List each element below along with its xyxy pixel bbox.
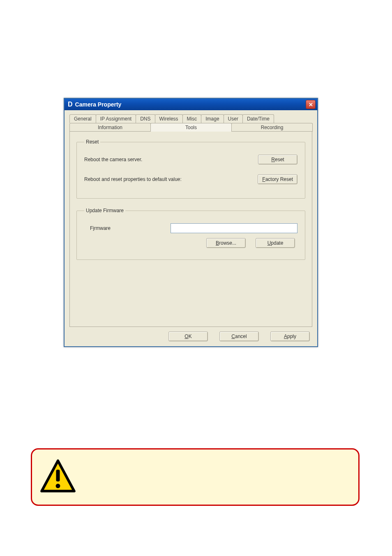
apply-button[interactable]: Apply — [270, 331, 310, 341]
factory-btn-accel: F — [262, 176, 265, 182]
tab-general[interactable]: General — [69, 114, 96, 123]
tab-recording[interactable]: Recording — [231, 123, 313, 132]
fw-label-post: rmware — [94, 225, 111, 231]
firmware-label: Firmware — [84, 225, 164, 231]
tab-information[interactable]: Information — [69, 123, 151, 132]
cancel-accel: C — [231, 334, 235, 339]
reset-legend: Reset — [84, 139, 100, 145]
svg-point-2 — [56, 484, 60, 488]
title-prefix: D — [68, 101, 73, 108]
ok-post: K — [189, 334, 192, 339]
cancel-button[interactable]: Cancel — [219, 331, 259, 341]
factory-label: Reboot and reset properties to default v… — [84, 176, 258, 182]
tab-tools[interactable]: Tools — [150, 123, 232, 132]
dialog-button-row: OK Cancel Apply — [69, 327, 312, 341]
tab-misc[interactable]: Misc — [182, 114, 202, 123]
tab-ip-assignment[interactable]: IP Assignment — [96, 114, 136, 123]
close-icon: ✕ — [309, 102, 313, 108]
tab-datetime[interactable]: Date/Time — [242, 114, 274, 123]
reboot-label: Reboot the camera server. — [84, 157, 258, 162]
firmware-path-input[interactable] — [171, 223, 297, 233]
reset-btn-post: eset — [275, 157, 284, 162]
factory-btn-post: actory Reset — [265, 176, 293, 182]
ok-button[interactable]: OK — [168, 331, 208, 341]
ok-accel: O — [184, 334, 188, 339]
close-button[interactable]: ✕ — [306, 100, 316, 109]
browse-accel: B — [216, 240, 219, 246]
firmware-buttons: Browse... Update — [84, 238, 297, 248]
titlebar: D Camera Property ✕ — [65, 99, 317, 110]
browse-post: rowse... — [219, 240, 236, 246]
reset-button[interactable]: Reset — [258, 155, 297, 164]
update-firmware-group: Update Firmware Firmware Browse... Updat… — [76, 208, 305, 260]
tab-image[interactable]: Image — [201, 114, 224, 123]
reset-btn-accel: R — [271, 157, 275, 162]
warning-callout — [31, 448, 360, 506]
update-accel: U — [267, 240, 271, 246]
tabs-row-2: Information Tools Recording — [69, 123, 312, 132]
tools-panel: Reset Reboot the camera server. Reset Re… — [69, 131, 312, 327]
dialog-body: General IP Assignment DNS Wireless Misc … — [65, 110, 317, 346]
firmware-legend: Update Firmware — [84, 208, 125, 213]
tabs-row-1: General IP Assignment DNS Wireless Misc … — [69, 114, 312, 123]
window-title: Camera Property — [75, 101, 122, 108]
tab-user[interactable]: User — [224, 114, 243, 123]
reboot-row: Reboot the camera server. Reset — [84, 155, 297, 164]
cancel-post: ancel — [235, 334, 247, 339]
factory-reset-button[interactable]: Factory Reset — [258, 174, 297, 184]
camera-property-dialog: D Camera Property ✕ General IP Assignmen… — [64, 98, 318, 347]
update-button[interactable]: Update — [256, 238, 295, 248]
warning-icon — [39, 459, 76, 496]
tab-dns[interactable]: DNS — [136, 114, 155, 123]
tab-wireless[interactable]: Wireless — [155, 114, 183, 123]
factory-row: Reboot and reset properties to default v… — [84, 174, 297, 184]
update-post: pdate — [271, 240, 283, 246]
firmware-row: Firmware — [84, 223, 297, 233]
apply-post: pply — [287, 334, 296, 339]
browse-button[interactable]: Browse... — [206, 238, 246, 248]
apply-accel: A — [284, 334, 287, 339]
svg-rect-1 — [56, 470, 60, 482]
reset-group: Reset Reboot the camera server. Reset Re… — [76, 139, 305, 199]
